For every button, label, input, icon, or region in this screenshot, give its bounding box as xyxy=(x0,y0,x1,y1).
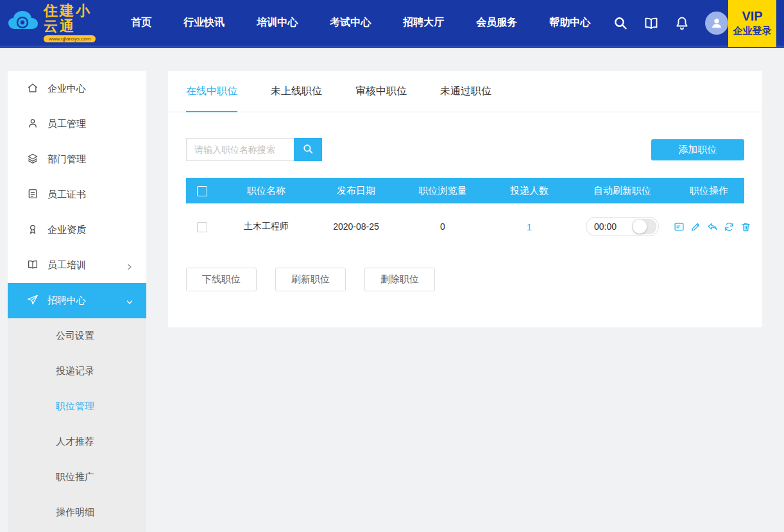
nav-item-exam-center[interactable]: 考试中心 xyxy=(314,0,387,47)
tab-offline-positions[interactable]: 未上线职位 xyxy=(271,71,322,112)
vip-enterprise-login-label: 企业登录 xyxy=(733,25,772,37)
col-views: 职位浏览量 xyxy=(398,185,488,197)
brand-text: 住建小云通 www.qjiansys.com xyxy=(44,3,97,42)
training-book-icon xyxy=(27,259,38,272)
user-avatar[interactable] xyxy=(705,12,728,35)
brand-logo[interactable]: 住建小云通 www.qjiansys.com xyxy=(0,3,97,42)
add-position-button[interactable]: 添加职位 xyxy=(651,139,744,160)
sidebar-item-label: 企业中心 xyxy=(47,83,86,95)
submenu-item-position-management[interactable]: 职位管理 xyxy=(8,389,146,424)
sidebar-item-employee-training[interactable]: 员工培训 xyxy=(8,248,146,283)
sidebar-item-employee-management[interactable]: 员工管理 xyxy=(8,107,146,142)
user-icon xyxy=(27,117,38,131)
row-action-icons xyxy=(674,221,751,232)
certificate-icon xyxy=(27,188,38,202)
nav-item-help-center[interactable]: 帮助中心 xyxy=(533,0,606,47)
home-icon xyxy=(27,82,38,96)
qualification-icon xyxy=(27,223,38,237)
publish-date: 2020-08-25 xyxy=(314,221,398,232)
nav-item-recruitment-hall[interactable]: 招聘大厅 xyxy=(387,0,460,47)
sidebar: 企业中心 员工管理 部门管理 员工证书 企业资质 xyxy=(8,71,146,532)
sidebar-item-employee-certificates[interactable]: 员工证书 xyxy=(8,177,146,212)
top-nav: 首页 行业快讯 培训中心 考试中心 招聘大厅 会员服务 帮助中心 xyxy=(115,0,606,47)
col-applicants: 投递人数 xyxy=(488,185,571,197)
positions-table: 职位名称 发布日期 职位浏览量 投递人数 自动刷新职位 职位操作 土木工程师 2… xyxy=(186,178,744,250)
select-all-checkbox[interactable] xyxy=(197,186,207,196)
view-count: 0 xyxy=(398,221,488,232)
edit-icon[interactable] xyxy=(690,221,701,232)
toolbar: 添加职位 xyxy=(186,138,744,161)
auto-refresh-time-value: 00:00 xyxy=(594,221,617,232)
recruitment-submenu: 公司设置 投递记录 职位管理 人才推荐 职位推广 操作明细 xyxy=(8,318,146,532)
auto-refresh-toggle[interactable] xyxy=(632,219,656,234)
col-position-name: 职位名称 xyxy=(218,185,314,197)
nav-item-industry-news[interactable]: 行业快讯 xyxy=(167,0,241,47)
vip-login-button[interactable]: VIP 企业登录 xyxy=(728,0,776,47)
search-button[interactable] xyxy=(294,138,322,161)
sidebar-item-enterprise-center[interactable]: 企业中心 xyxy=(8,71,146,107)
logo-cloud-icon xyxy=(6,8,40,39)
book-icon[interactable] xyxy=(643,15,659,31)
refresh-icon[interactable] xyxy=(724,221,735,232)
header-icons xyxy=(613,12,728,35)
submenu-item-application-records[interactable]: 投递记录 xyxy=(8,354,146,389)
paper-plane-icon xyxy=(27,294,38,307)
position-name: 土木工程师 xyxy=(218,221,314,232)
layers-icon xyxy=(27,153,38,166)
nav-item-training-center[interactable]: 培训中心 xyxy=(241,0,314,47)
top-header: 住建小云通 www.qjiansys.com 首页 行业快讯 培训中心 考试中心… xyxy=(0,0,784,48)
search-box xyxy=(186,138,322,161)
chevron-down-icon xyxy=(126,297,133,305)
detail-card-icon[interactable] xyxy=(674,221,685,232)
tab-online-positions[interactable]: 在线中职位 xyxy=(186,71,237,112)
auto-refresh-time-control[interactable]: 00:00 xyxy=(586,217,659,236)
sidebar-item-recruitment-center[interactable]: 招聘中心 xyxy=(8,283,146,318)
sidebar-item-label: 员工证书 xyxy=(47,189,86,201)
tab-rejected-positions[interactable]: 未通过职位 xyxy=(440,71,491,112)
sidebar-item-label: 招聘中心 xyxy=(47,295,86,307)
bell-icon[interactable] xyxy=(674,15,690,31)
submenu-item-company-settings[interactable]: 公司设置 xyxy=(8,318,146,354)
offline-position-button[interactable]: 下线职位 xyxy=(186,268,257,291)
delete-position-button[interactable]: 删除职位 xyxy=(364,268,435,291)
applicant-count-link[interactable]: 1 xyxy=(488,221,571,232)
search-icon[interactable] xyxy=(613,15,628,31)
nav-item-home[interactable]: 首页 xyxy=(115,0,167,47)
brand-domain: www.qjiansys.com xyxy=(44,35,96,42)
sidebar-item-department-management[interactable]: 部门管理 xyxy=(8,142,146,177)
position-tabs: 在线中职位 未上线职位 审核中职位 未通过职位 xyxy=(168,71,762,112)
submenu-item-operation-details[interactable]: 操作明细 xyxy=(8,495,146,530)
delete-icon[interactable] xyxy=(740,221,751,232)
brand-title: 住建小云通 xyxy=(44,3,97,34)
bulk-action-buttons: 下线职位 刷新职位 删除职位 xyxy=(186,268,744,291)
table-row: 土木工程师 2020-08-25 0 1 00:00 xyxy=(186,203,744,250)
col-publish-date: 发布日期 xyxy=(314,185,398,197)
sidebar-item-label: 员工培训 xyxy=(47,259,86,271)
sidebar-item-label: 员工管理 xyxy=(47,118,86,130)
col-operations: 职位操作 xyxy=(674,185,744,197)
sidebar-item-label: 部门管理 xyxy=(47,153,86,166)
search-icon xyxy=(302,143,314,157)
toggle-knob xyxy=(633,219,647,234)
table-header-row: 职位名称 发布日期 职位浏览量 投递人数 自动刷新职位 职位操作 xyxy=(186,178,744,203)
sidebar-item-enterprise-qualification[interactable]: 企业资质 xyxy=(8,212,146,248)
vip-label: VIP xyxy=(742,9,762,24)
position-search-input[interactable] xyxy=(186,138,294,161)
submenu-item-position-promotion[interactable]: 职位推广 xyxy=(8,459,146,495)
row-checkbox[interactable] xyxy=(197,222,207,232)
reply-arrow-icon[interactable] xyxy=(707,221,718,232)
nav-item-member-service[interactable]: 会员服务 xyxy=(460,0,533,47)
main-content-card: 在线中职位 未上线职位 审核中职位 未通过职位 添加职位 职位名称 发布日期 职… xyxy=(168,71,762,327)
tab-under-review-positions[interactable]: 审核中职位 xyxy=(355,71,407,112)
chevron-right-icon xyxy=(126,262,133,270)
col-auto-refresh: 自动刷新职位 xyxy=(571,185,674,197)
refresh-position-button[interactable]: 刷新职位 xyxy=(275,268,346,291)
sidebar-item-label: 企业资质 xyxy=(47,224,86,236)
submenu-item-talent-recommendation[interactable]: 人才推荐 xyxy=(8,424,146,459)
